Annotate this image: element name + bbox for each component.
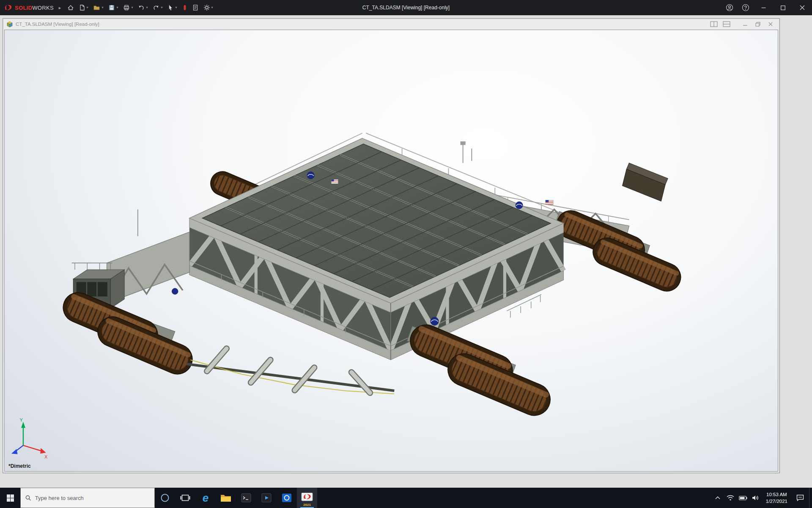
nasa-meatball-icon	[172, 288, 178, 295]
taskbar-search[interactable]	[20, 488, 155, 508]
maximize-icon	[781, 6, 785, 10]
save-icon	[108, 4, 115, 11]
caret-icon[interactable]: ▾	[146, 6, 148, 9]
minimize-button[interactable]	[754, 0, 773, 15]
search-input[interactable]	[35, 495, 150, 501]
new-document-icon	[79, 4, 85, 11]
maximize-button[interactable]	[773, 0, 793, 15]
app-titlebar: SOLIDWORKS ▸ ▾ ▾ ▾ ▾ ▾ ▾	[0, 0, 812, 15]
us-flag-icon	[331, 179, 338, 184]
search-icon	[25, 495, 31, 501]
caret-icon[interactable]: ▾	[131, 6, 133, 9]
graphics-viewport[interactable]: Y X *Dimetric	[4, 30, 778, 472]
brand-solid: SOLID	[15, 5, 32, 11]
triad-x-label: X	[44, 454, 48, 459]
select-cursor-icon	[167, 4, 174, 11]
clock-date: 1/27/2021	[766, 498, 787, 505]
help-button[interactable]	[738, 0, 754, 15]
caret-icon[interactable]: ▾	[211, 6, 213, 9]
split-pane-icon	[710, 21, 718, 27]
photos-app-button[interactable]	[277, 488, 297, 508]
solidworks-app: SOLIDWORKS ▸ ▾ ▾ ▾ ▾ ▾ ▾	[0, 0, 812, 508]
nasa-meatball-icon	[431, 317, 439, 325]
tile-pane-icon	[723, 21, 730, 27]
show-desktop-button[interactable]	[809, 488, 812, 508]
system-tray: 10:53 AM 1/27/2021	[711, 488, 812, 508]
gear-icon	[203, 4, 210, 11]
caret-icon[interactable]: ▾	[102, 6, 103, 9]
media-player-icon	[261, 493, 272, 503]
start-button[interactable]	[0, 488, 20, 508]
hydraulics	[187, 348, 395, 394]
doc-restore-icon	[755, 22, 761, 27]
save-button[interactable]: ▾	[106, 3, 120, 13]
us-flag-icon	[546, 200, 553, 205]
file-properties-button[interactable]	[190, 3, 200, 13]
doc-minimize-button[interactable]	[740, 20, 751, 28]
edge-icon: e	[203, 492, 208, 503]
home-button[interactable]	[65, 3, 76, 13]
caret-icon[interactable]: ▾	[161, 6, 162, 9]
redo-icon	[153, 4, 159, 11]
taskbar-clock[interactable]: 10:53 AM 1/27/2021	[762, 488, 791, 508]
terminal-app-button[interactable]	[236, 488, 256, 508]
caret-icon[interactable]: ▾	[86, 6, 88, 9]
split-pane-button[interactable]	[708, 20, 719, 28]
cortana-icon	[160, 493, 170, 502]
account-button[interactable]	[721, 0, 738, 15]
track-pair-front-left	[58, 288, 197, 378]
battery-button[interactable]	[737, 488, 749, 508]
document-title: CT_TA.SLDASM [Viewing] [Read-only]	[16, 22, 99, 27]
battery-icon	[739, 496, 747, 500]
tile-pane-button[interactable]	[721, 20, 732, 28]
3dexperience-button[interactable]	[180, 3, 189, 13]
windows-logo-icon	[7, 494, 14, 502]
close-button[interactable]	[793, 0, 812, 15]
track-pair-rear-right	[552, 206, 685, 295]
volume-button[interactable]	[749, 488, 762, 508]
track-pair-front-right	[405, 320, 555, 421]
file-explorer-button[interactable]	[216, 488, 236, 508]
rear-equipment-box	[623, 163, 668, 201]
ds-logo-icon	[4, 4, 13, 11]
action-center-button[interactable]	[791, 488, 809, 508]
print-button[interactable]: ▾	[121, 3, 135, 13]
document-window: CT_TA.SLDASM [Viewing] [Read-only]	[3, 18, 780, 473]
windows-taskbar: e 2021	[0, 488, 812, 508]
account-icon	[726, 4, 733, 11]
workspace: CT_TA.SLDASM [Viewing] [Read-only]	[0, 15, 812, 488]
view-orientation-label: *Dimetric	[8, 463, 31, 469]
doc-close-button[interactable]	[765, 20, 776, 28]
photos-icon	[282, 493, 292, 503]
media-app-button[interactable]	[256, 488, 277, 508]
caret-icon[interactable]: ▾	[175, 6, 177, 9]
3dexperience-icon	[182, 4, 187, 11]
new-document-button[interactable]: ▾	[77, 3, 90, 13]
app-window-title: CT_TA.SLDASM [Viewing] [Read-only]	[362, 5, 450, 11]
reference-triad[interactable]: Y X	[11, 417, 48, 459]
toolbar-expand-icon[interactable]: ▸	[59, 5, 61, 11]
triad-y-label: Y	[19, 417, 23, 422]
clock-time: 10:53 AM	[766, 491, 787, 498]
caret-icon[interactable]: ▾	[116, 6, 118, 9]
cortana-button[interactable]	[155, 488, 175, 508]
task-view-button[interactable]	[175, 488, 195, 508]
options-button[interactable]: ▾	[201, 3, 215, 13]
undo-icon	[138, 4, 145, 11]
redo-button[interactable]: ▾	[151, 3, 165, 13]
edge-app-button[interactable]: e	[195, 488, 216, 508]
network-button[interactable]	[724, 488, 737, 508]
doc-minimize-icon	[742, 22, 748, 27]
open-folder-icon	[93, 4, 100, 11]
document-titlebar[interactable]: CT_TA.SLDASM [Viewing] [Read-only]	[3, 19, 779, 30]
open-button[interactable]: ▾	[91, 3, 105, 13]
doc-restore-button[interactable]	[752, 20, 763, 28]
solidworks-app-button[interactable]: 2021	[297, 488, 317, 508]
brand-works: WORKS	[32, 5, 54, 11]
undo-button[interactable]: ▾	[136, 3, 150, 13]
tray-expand-button[interactable]	[711, 488, 724, 508]
solidworks-icon	[301, 493, 313, 503]
select-button[interactable]: ▾	[165, 3, 179, 13]
home-icon	[67, 4, 74, 11]
help-icon	[742, 4, 749, 11]
